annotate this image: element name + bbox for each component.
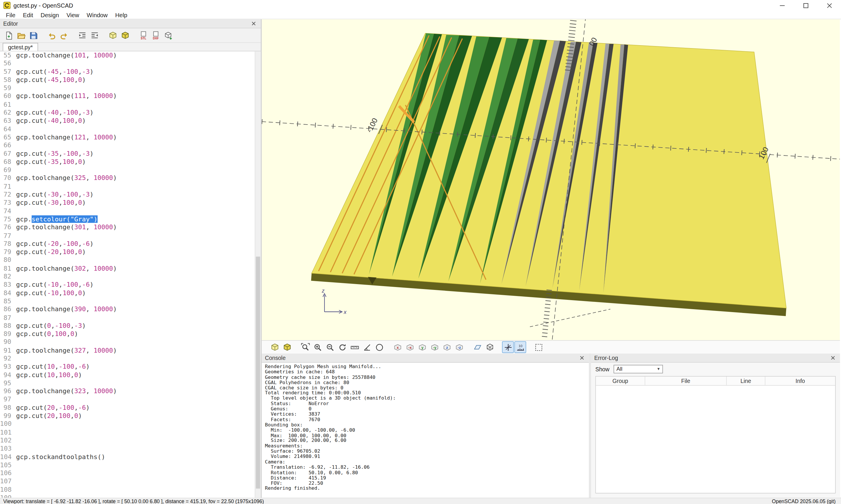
render-button[interactable] (119, 30, 131, 41)
measure-angle-button[interactable] (361, 341, 373, 353)
indent-button[interactable] (76, 30, 88, 41)
code-line[interactable]: 83gcp.cut(-10,-100,-6) (0, 281, 261, 289)
code-line[interactable]: 92 (0, 355, 261, 363)
column-header-info[interactable]: Info (766, 377, 835, 385)
code-line[interactable]: 96gcp.toolchange(323, 10000) (0, 387, 261, 396)
console-close-button[interactable] (578, 354, 586, 362)
code-line[interactable]: 106 (0, 469, 261, 478)
undo-button[interactable] (46, 30, 57, 41)
column-header-group[interactable]: Group (596, 377, 645, 385)
code-line[interactable]: 78gcp.cut(-20,-100,-6) (0, 240, 261, 248)
code-line[interactable]: 60gcp.toolchange(111, 10000) (0, 92, 261, 101)
open-file-button[interactable] (15, 30, 27, 41)
code-line[interactable]: 99gcp.cut(20,100,0) (0, 412, 261, 420)
code-line[interactable]: 81gcp.toolchange(302, 10000) (0, 265, 261, 273)
code-line[interactable]: 105 (0, 461, 261, 469)
code-line[interactable]: 77 (0, 232, 261, 240)
export-stl-button[interactable]: STL (137, 30, 149, 41)
show-scale-markers-button[interactable]: 10 (514, 341, 526, 353)
code-line[interactable]: 95 (0, 379, 261, 387)
code-line[interactable]: 65gcp.toolchange(121, 10000) (0, 133, 261, 142)
code-line[interactable]: 103 (0, 445, 261, 453)
render-button[interactable] (281, 341, 293, 353)
code-line[interactable]: 80 (0, 256, 261, 265)
surface-mode-button[interactable] (471, 341, 483, 353)
export-3d-button[interactable] (162, 30, 174, 41)
code-line[interactable]: 97 (0, 396, 261, 404)
3d-viewport[interactable]: -100 100 00 z x (262, 19, 840, 340)
code-line[interactable]: 76gcp.toolchange(301, 10000) (0, 223, 261, 232)
measure-distance-button[interactable] (349, 341, 360, 353)
preview-button[interactable] (269, 341, 280, 353)
code-line[interactable]: 58gcp.cut(-45,100,0) (0, 76, 261, 84)
zoom-out-button[interactable] (324, 341, 336, 353)
menu-design[interactable]: Design (37, 11, 63, 19)
new-file-button[interactable] (3, 30, 14, 41)
menu-view[interactable]: View (63, 11, 83, 19)
code-line[interactable]: 108 (0, 486, 261, 494)
view-left-button[interactable]: -x (404, 341, 415, 353)
close-button[interactable] (817, 0, 841, 11)
code-line[interactable]: 87 (0, 313, 261, 322)
code-line[interactable]: 94gcp.cut(10,100,0) (0, 371, 261, 379)
zoom-in-button[interactable] (312, 341, 323, 353)
code-line[interactable]: 59 (0, 84, 261, 92)
view-top-button[interactable]: z (441, 341, 452, 353)
code-line[interactable]: 56 (0, 59, 261, 68)
scrollbar-thumb[interactable] (256, 257, 260, 489)
code-line[interactable]: 66 (0, 142, 261, 150)
code-line[interactable]: 63gcp.cut(-40,100,0) (0, 117, 261, 125)
view-back-button[interactable]: -y (429, 341, 440, 353)
code-line[interactable]: 109 (0, 494, 261, 498)
preview-button[interactable] (107, 30, 119, 41)
code-line[interactable]: 85 (0, 297, 261, 305)
minimize-button[interactable] (770, 0, 794, 11)
error-log-filter-select[interactable]: All ▼ (614, 364, 663, 373)
menu-window[interactable]: Window (83, 11, 111, 19)
code-line[interactable]: 62gcp.cut(-40,-100,-3) (0, 109, 261, 117)
code-line[interactable]: 57gcp.cut(-45,-100,-3) (0, 68, 261, 76)
code-line[interactable]: 88gcp.cut(0,-100,-3) (0, 322, 261, 330)
wireframe-mode-button[interactable] (484, 341, 496, 353)
code-line[interactable]: 79gcp.cut(-20,100,0) (0, 248, 261, 256)
code-line[interactable]: 69 (0, 166, 261, 175)
editor-scrollbar[interactable] (255, 51, 260, 498)
code-line[interactable]: 101 (0, 429, 261, 437)
show-crosshairs-button[interactable] (502, 341, 514, 353)
code-line[interactable]: 71 (0, 183, 261, 191)
code-line[interactable]: 82 (0, 273, 261, 281)
zoom-all-button[interactable] (299, 341, 311, 353)
column-header-line[interactable]: Line (727, 377, 766, 385)
code-line[interactable]: 90 (0, 338, 261, 346)
code-line[interactable]: 100 (0, 420, 261, 429)
tab-gctest[interactable]: gctest.py* (3, 43, 38, 51)
code-line[interactable]: 61 (0, 101, 261, 109)
export-dxf-button[interactable]: DXF (150, 30, 161, 41)
code-line[interactable]: 98gcp.cut(20,-100,-6) (0, 404, 261, 412)
orthographic-button[interactable] (373, 341, 385, 353)
code-line[interactable]: 104gcp.stockandtoolpaths() (0, 453, 261, 461)
view-right-button[interactable]: x (392, 341, 403, 353)
code-line[interactable]: 84gcp.cut(-10,100,0) (0, 289, 261, 297)
code-editor[interactable]: 55gcp.toolchange(101, 10000)5657gcp.cut(… (0, 51, 261, 498)
code-line[interactable]: 107 (0, 478, 261, 486)
code-line[interactable]: 75gcp.setcolour("Gray") (0, 215, 261, 223)
3d-viewport-canvas[interactable]: -100 100 00 z x (262, 19, 840, 340)
code-line[interactable]: 102 (0, 437, 261, 445)
reset-view-button[interactable] (337, 341, 348, 353)
editor-close-button[interactable] (250, 20, 258, 28)
code-line[interactable]: 72gcp.cut(-30,-100,-3) (0, 191, 261, 199)
code-line[interactable]: 67gcp.cut(-35,-100,-3) (0, 150, 261, 158)
menu-edit[interactable]: Edit (19, 11, 37, 19)
select-objects-button[interactable] (533, 341, 544, 353)
error-log-table-body[interactable] (596, 385, 835, 493)
view-bottom-button[interactable]: -z (453, 341, 465, 353)
view-front-button[interactable]: y (416, 341, 428, 353)
code-line[interactable]: 86gcp.toolchange(390, 10000) (0, 305, 261, 313)
code-line[interactable]: 70gcp.toolchange(325, 10000) (0, 175, 261, 183)
redo-button[interactable] (58, 30, 69, 41)
code-line[interactable]: 89gcp.cut(0,100,0) (0, 330, 261, 338)
code-line[interactable]: 68gcp.cut(-35,100,0) (0, 158, 261, 166)
code-line[interactable]: 93gcp.cut(10,-100,-6) (0, 363, 261, 371)
code-line[interactable]: 64 (0, 125, 261, 133)
